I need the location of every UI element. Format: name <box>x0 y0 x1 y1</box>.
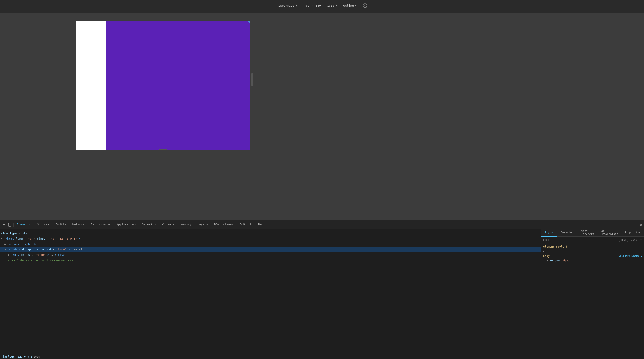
frame-white-column <box>76 22 106 150</box>
frame-divider-1 <box>189 22 189 150</box>
html-line-doctype[interactable]: <!doctype html> <box>0 231 541 236</box>
zoom-arrow-icon: ▼ <box>336 4 337 7</box>
styles-tab-event-listeners[interactable]: Event Listeners <box>576 229 597 237</box>
styles-filter-bar: :hov .cls + <box>541 237 644 243</box>
online-arrow-icon: ▼ <box>355 4 357 7</box>
preview-frame-wrapper <box>76 22 250 150</box>
styles-panel: Styles Computed Event Listeners DOM Brea… <box>541 229 644 354</box>
tab-domlistener[interactable]: DOMListener <box>211 220 236 229</box>
html-line-main-div[interactable]: ▶ <div class = "main" > … </div> <box>0 252 541 258</box>
styles-rule-element-style: element.style { } <box>543 245 642 252</box>
body-attr-value: "true" <box>56 248 67 251</box>
html-attr-class: class <box>37 237 46 240</box>
margin-expand-icon[interactable]: ▶ <box>547 258 548 262</box>
html-attr-lang-value: "en" <box>28 237 35 240</box>
frame-divider-2 <box>218 22 218 150</box>
html-line-head[interactable]: ▶ <head> … </head> <box>0 241 541 247</box>
styles-tab-dom-breakpoints[interactable]: DOM Breakpoints <box>597 229 621 237</box>
tab-layers[interactable]: Layers <box>194 220 211 229</box>
comment-text: <!-- Code injected by live-server --> <box>8 258 73 262</box>
tab-application[interactable]: Application <box>113 220 139 229</box>
styles-content: element.style { } body { layoutPro.html:… <box>541 243 644 354</box>
html-tag-open: <html <box>5 237 14 240</box>
expand-head-icon[interactable]: ▶ <box>4 242 6 246</box>
devtools-panel: Elements Sources Audits Network Performa… <box>0 220 644 359</box>
frame-purple-column <box>106 22 250 150</box>
preview-frame <box>76 22 250 150</box>
tab-performance[interactable]: Performance <box>88 220 113 229</box>
mobile-device-icon[interactable] <box>8 223 12 227</box>
body-rule-close: } <box>543 262 642 266</box>
html-line-html[interactable]: ▼ <html lang = "en" class = "gr__127_0_0… <box>0 236 541 241</box>
breadcrumb-html[interactable]: html.gr__127_0_0_1 <box>3 355 32 358</box>
margin-prop-value: 0px; <box>563 258 570 262</box>
online-status[interactable]: Online <box>343 4 354 8</box>
styles-filter-input[interactable] <box>543 238 618 241</box>
head-tag: <head> <box>9 242 20 246</box>
resize-handle[interactable] <box>158 148 168 150</box>
doctype-text: <!doctype html> <box>1 232 27 235</box>
preview-area <box>0 13 644 220</box>
breadcrumb-body[interactable]: body <box>34 355 40 358</box>
html-line-body[interactable]: ▼ <body data-gr-c-s-loaded = "true" > ==… <box>0 247 541 252</box>
margin-prop-name: margin <box>550 258 560 262</box>
tab-redux[interactable]: Redux <box>255 220 270 229</box>
cursor-inspect-icon[interactable] <box>2 223 6 227</box>
tab-security[interactable]: Security <box>139 220 159 229</box>
html-line-comment[interactable]: <!-- Code injected by live-server --> <box>0 258 541 263</box>
styles-add-button[interactable]: + <box>640 238 642 242</box>
element-style-selector[interactable]: element.style { <box>543 245 642 248</box>
devtools-tab-icons <box>0 223 14 227</box>
frame-blue-accent <box>248 22 250 23</box>
viewport-controls: Responsive ▼ 768 x 569 100% ▼ Online ▼ <box>276 2 367 10</box>
body-attr-name: data-gr-c-s-loaded <box>20 248 51 251</box>
devtools-tabs: Elements Sources Audits Network Performa… <box>0 220 644 229</box>
close-devtools-button[interactable]: ✕ <box>640 222 642 227</box>
html-tree: <!doctype html> ▼ <html lang = "en" clas… <box>0 229 541 354</box>
zoom-level[interactable]: 100% <box>327 4 334 8</box>
tab-sources[interactable]: Sources <box>34 220 52 229</box>
styles-cls-button[interactable]: .cls <box>630 238 638 242</box>
styles-tab-properties[interactable]: Properties <box>622 229 644 237</box>
element-style-close: } <box>543 249 642 252</box>
viewport-width[interactable]: 768 <box>304 4 309 8</box>
svg-point-1 <box>10 226 10 226</box>
body-tag-open: <body <box>9 248 18 251</box>
chevron-down-icon: ▼ <box>296 4 297 7</box>
styles-tabs: Styles Computed Event Listeners DOM Brea… <box>541 229 644 237</box>
styles-hov-button[interactable]: :hov <box>619 238 628 242</box>
device-select[interactable]: Responsive <box>276 4 294 8</box>
devtools-content: <!doctype html> ▼ <html lang = "en" clas… <box>0 229 644 354</box>
styles-rule-body: body { layoutPro.html:9 ▶ margin : 0px; … <box>543 254 642 266</box>
styles-source-link: body { layoutPro.html:9 <box>543 254 642 258</box>
tab-audits[interactable]: Audits <box>52 220 69 229</box>
viewport-x-sep: x <box>311 4 314 8</box>
html-attr-class-value: "gr__127_0_0_1" <box>51 237 77 240</box>
styles-tab-styles[interactable]: Styles <box>541 229 557 237</box>
tab-memory[interactable]: Memory <box>178 220 194 229</box>
tab-elements[interactable]: Elements <box>14 220 34 229</box>
html-attr-lang: lang <box>16 237 23 240</box>
devtools-tabs-right: ⋮ ✕ <box>634 222 644 227</box>
expand-html-icon[interactable]: ▼ <box>1 237 3 240</box>
devtools-toolbar: Responsive ▼ 768 x 569 100% ▼ Online ▼ ⋮ <box>0 0 644 8</box>
expand-main-div-icon[interactable]: ▶ <box>8 253 10 256</box>
styles-source-file[interactable]: layoutPro.html:9 <box>618 254 642 257</box>
viewport-height[interactable]: 569 <box>316 4 321 8</box>
expand-body-icon[interactable]: ▼ <box>4 248 6 251</box>
body-rule-selector[interactable]: body { <box>543 254 553 258</box>
toolbar-more-icon[interactable]: ⋮ <box>638 2 642 6</box>
tabs-more-button[interactable]: ⋮ <box>634 222 638 227</box>
resize-handle-bar <box>158 149 168 150</box>
no-throttle-icon <box>363 3 368 8</box>
tab-console[interactable]: Console <box>159 220 178 229</box>
devtools-footer: html.gr__127_0_0_1 body <box>0 354 644 359</box>
tab-network[interactable]: Network <box>69 220 88 229</box>
dom0-marker: == $0 <box>74 248 82 251</box>
styles-tab-computed[interactable]: Computed <box>557 229 576 237</box>
styles-prop-margin[interactable]: ▶ margin : 0px; <box>543 258 642 262</box>
tab-adblock[interactable]: AdBlock <box>236 220 255 229</box>
preview-scrollbar[interactable] <box>251 73 253 86</box>
